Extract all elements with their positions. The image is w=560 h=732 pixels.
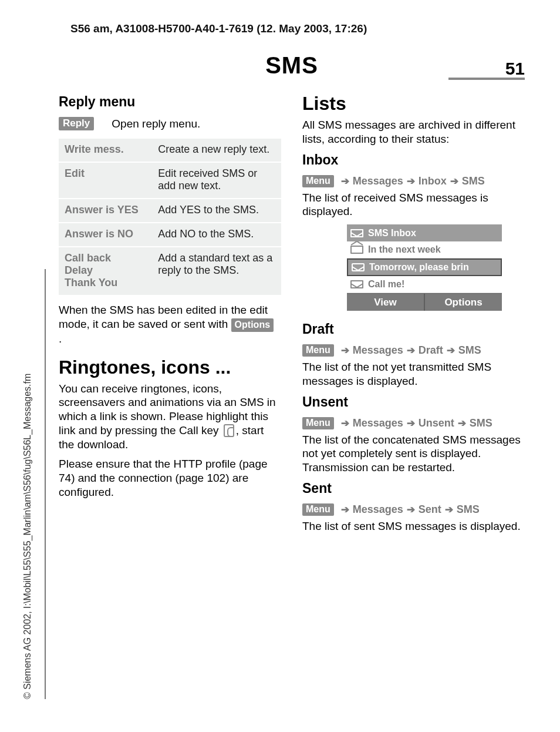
- phone-title-bar: SMS Inbox: [347, 224, 502, 241]
- draft-heading: Draft: [302, 321, 525, 337]
- path-step: Messages: [353, 344, 403, 357]
- arrow-icon: ➔: [407, 175, 415, 187]
- reply-menu-heading: Reply menu: [59, 94, 281, 110]
- right-column: Lists All SMS messages are archived in d…: [302, 89, 525, 539]
- inbox-text: The list of received SMS messages is dis…: [302, 191, 525, 219]
- arrow-icon: ➔: [458, 417, 466, 429]
- draft-text: The list of the not yet transmitted SMS …: [302, 360, 525, 388]
- phone-list-row-selected: Tomorrow, please brin: [347, 258, 502, 276]
- cell-val: Edit received SMS or add new text.: [152, 162, 281, 199]
- arrow-icon: ➔: [341, 175, 349, 187]
- page-number: 51: [505, 59, 525, 79]
- inbox-heading: Inbox: [302, 152, 525, 168]
- arrow-icon: ➔: [341, 344, 349, 357]
- path-step: Messages: [353, 175, 403, 187]
- arrow-icon: ➔: [447, 344, 455, 357]
- cell-key: Call back Delay Thank You: [59, 247, 152, 295]
- reply-chip: Reply: [59, 117, 94, 130]
- unsent-path: Menu ➔ Messages ➔ Unsent ➔ SMS: [302, 417, 525, 429]
- softkey-options: Options: [425, 293, 502, 311]
- reply-table: Write mess. Create a new reply text. Edi…: [59, 139, 281, 295]
- arrow-icon: ➔: [407, 344, 415, 357]
- cell-key: Answer is YES: [59, 199, 152, 223]
- cell-key: Answer is NO: [59, 223, 152, 247]
- phone-softkeys: View Options: [347, 293, 502, 311]
- path-step: SMS: [462, 175, 485, 187]
- after-table-text: When the SMS has been edited in the edit…: [59, 303, 281, 346]
- path-step: Messages: [353, 503, 403, 516]
- menu-chip: Menu: [302, 503, 334, 516]
- menu-chip: Menu: [302, 417, 334, 429]
- cell-val: Add a standard text as a reply to the SM…: [152, 247, 281, 295]
- sent-text: The list of sent SMS messages is display…: [302, 519, 525, 533]
- lists-intro: All SMS messages are archived in differe…: [302, 118, 525, 146]
- lists-heading: Lists: [302, 93, 525, 115]
- title-underline: [448, 78, 525, 80]
- inbox-path: Menu ➔ Messages ➔ Inbox ➔ SMS: [302, 175, 525, 187]
- ringtones-p1: You can receive ringtones, icons, screen…: [59, 382, 281, 452]
- cell-val: Create a new reply text.: [152, 139, 281, 162]
- cell-val: Add YES to the SMS.: [152, 199, 281, 223]
- path-step: SMS: [470, 417, 492, 429]
- path-step: Sent: [419, 503, 441, 516]
- page-title: SMS: [265, 52, 318, 79]
- phone-inset: SMS Inbox In the next week Tomorrow, ple…: [347, 224, 502, 311]
- call-key-icon: [224, 424, 234, 437]
- table-row: Answer is YES Add YES to the SMS.: [59, 199, 281, 223]
- unsent-text: The list of the concatenated SMS message…: [302, 433, 525, 475]
- arrow-icon: ➔: [341, 503, 349, 516]
- arrow-icon: ➔: [445, 503, 453, 516]
- title-row: SMS 51: [59, 43, 525, 79]
- doc-header: S56 am, A31008-H5700-A40-1-7619 (12. May…: [70, 22, 525, 35]
- envelope-box-icon: [352, 263, 365, 271]
- path-step: Messages: [353, 417, 403, 429]
- sent-heading: Sent: [302, 481, 525, 496]
- reply-line: Reply Open reply menu.: [59, 117, 281, 130]
- path-step: Inbox: [419, 175, 447, 187]
- cell-val: Add NO to the SMS.: [152, 223, 281, 247]
- left-column: Reply menu Reply Open reply menu. Write …: [59, 89, 281, 539]
- menu-chip: Menu: [302, 175, 334, 187]
- path-step: Unsent: [419, 417, 454, 429]
- path-step: SMS: [457, 503, 480, 516]
- arrow-icon: ➔: [450, 175, 458, 187]
- sidebar-bar: [45, 269, 46, 699]
- after-table-2: .: [59, 333, 62, 345]
- options-chip: Options: [231, 318, 274, 332]
- arrow-icon: ➔: [407, 417, 415, 429]
- table-row: Edit Edit received SMS or add new text.: [59, 162, 281, 199]
- phone-row-text: Call me!: [368, 279, 404, 290]
- envelope-icon: [350, 280, 363, 288]
- phone-row-text: Tomorrow, please brin: [369, 262, 469, 273]
- ringtones-heading: Ringtones, icons ...: [59, 357, 281, 378]
- reply-desc: Open reply menu.: [112, 117, 200, 130]
- draft-path: Menu ➔ Messages ➔ Draft ➔ SMS: [302, 344, 525, 357]
- table-row: Call back Delay Thank You Add a standard…: [59, 247, 281, 295]
- envelope-open-icon: [350, 246, 363, 254]
- cell-key: Edit: [59, 162, 152, 199]
- unsent-heading: Unsent: [302, 394, 525, 410]
- phone-row-text: In the next week: [368, 244, 441, 255]
- path-step: Draft: [419, 344, 443, 357]
- phone-list-row: Call me!: [347, 276, 502, 293]
- table-row: Write mess. Create a new reply text.: [59, 139, 281, 162]
- table-row: Answer is NO Add NO to the SMS.: [59, 223, 281, 247]
- menu-chip: Menu: [302, 344, 334, 357]
- arrow-icon: ➔: [407, 503, 415, 516]
- softkey-view: View: [347, 293, 424, 311]
- phone-title: SMS Inbox: [368, 228, 416, 239]
- envelope-icon: [350, 229, 363, 237]
- sent-path: Menu ➔ Messages ➔ Sent ➔ SMS: [302, 503, 525, 516]
- arrow-icon: ➔: [341, 417, 349, 429]
- ringtones-p2: Please ensure that the HTTP profile (pag…: [59, 457, 281, 499]
- cell-key: Write mess.: [59, 139, 152, 162]
- sidebar-copyright: © Siemens AG 2002, I:\Mobil\L55\S55_Marl…: [22, 374, 33, 699]
- path-step: SMS: [458, 344, 481, 357]
- phone-list-row: In the next week: [347, 241, 502, 258]
